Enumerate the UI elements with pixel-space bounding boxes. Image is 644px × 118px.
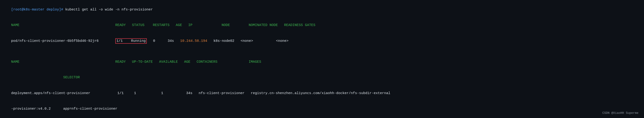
blank-line-2 <box>3 117 641 118</box>
deploy-header-row: NAME READY UP-TO-DATE AVAILABLE AGE CONT… <box>3 54 641 70</box>
pod-header-restarts: RESTARTS <box>153 23 176 27</box>
pod-header-status: STATUS <box>132 23 153 27</box>
deploy-header-images: IMAGES <box>248 60 261 64</box>
pod-header-nominated: NOMINATED NODE <box>248 23 284 27</box>
pod-header-age: AGE <box>176 23 188 27</box>
pod-header-row: NAME READY STATUS RESTARTS AGE IP NODE N… <box>3 18 641 33</box>
deploy-header-selector-row: SELECTOR <box>3 70 641 86</box>
pod-header-ready: READY <box>115 23 132 27</box>
pod-nominated-value: <none> <box>234 39 253 43</box>
deploy-header-name: NAME <box>11 60 115 64</box>
deploy-name: deployment.apps/nfs-client-provisioner 1… <box>11 91 390 95</box>
deploy-header-containers: CONTAINERS <box>196 60 248 64</box>
deploy-version-selector: -provisioner:v4.0.2 app=nfs-client-provi… <box>11 107 117 111</box>
watermark: CSDN @XiaoHH Superme <box>602 111 638 115</box>
prompt: [root@k8s-master deploy]# <box>11 8 63 12</box>
command-text: kubectl get all -o wide -n nfs-provision… <box>63 8 153 12</box>
pod-header-readiness: READINESS GATES <box>284 23 315 27</box>
pod-ready-bordered: 1/1 Running <box>115 38 147 44</box>
deploy-header-ready: READY <box>115 60 132 64</box>
pod-age-value: 34s <box>155 39 174 43</box>
deploy-data-row1: deployment.apps/nfs-client-provisioner 1… <box>3 85 641 101</box>
command-line: [root@k8s-master deploy]# kubectl get al… <box>3 2 641 18</box>
pod-restarts-value: 0 <box>147 39 155 43</box>
pod-header-ip: IP <box>188 23 222 27</box>
pod-name: pod/nfs-client-provisioner-6b5f5bd46-92j… <box>11 39 115 43</box>
deploy-header-uptodate: UP-TO-DATE <box>132 60 159 64</box>
terminal-window: [root@k8s-master deploy]# kubectl get al… <box>3 2 641 116</box>
pod-data-row: pod/nfs-client-provisioner-6b5f5bd46-92j… <box>3 33 641 49</box>
pod-node-value: k8s-node02 <box>207 39 234 43</box>
deploy-header-available: AVAILABLE <box>159 60 184 64</box>
pod-ip-value: 10.244.58.194 <box>174 39 207 43</box>
pod-readiness-value: <none> <box>253 39 288 43</box>
pod-status-value: Running <box>131 39 146 43</box>
pod-ready-value: 1/1 <box>116 39 123 43</box>
pod-header-name: NAME <box>11 23 115 27</box>
deploy-header-age: AGE <box>184 60 196 64</box>
pod-header-node: NODE <box>222 23 248 27</box>
blank-line-1 <box>3 49 641 54</box>
deploy-data-row2: -provisioner:v4.0.2 app=nfs-client-provi… <box>3 101 641 117</box>
deploy-header-selector: SELECTOR <box>11 76 80 79</box>
